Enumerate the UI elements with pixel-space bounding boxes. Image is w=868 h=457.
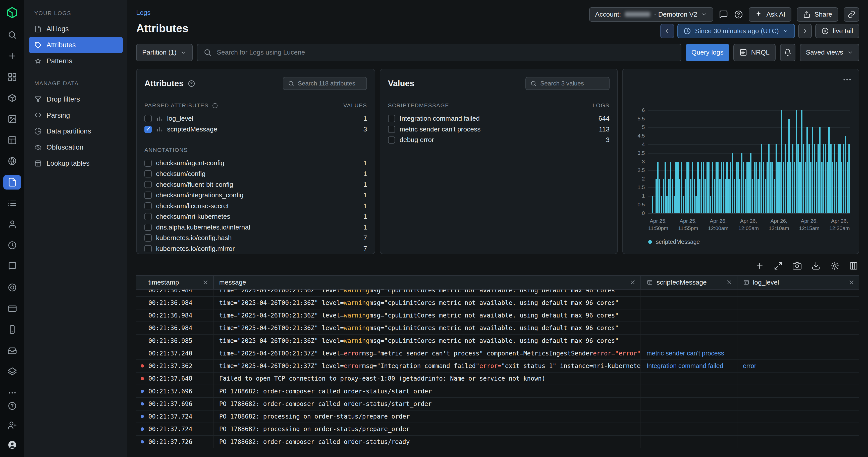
chart-menu-icon[interactable] [842,75,852,85]
toolbar-expand-button[interactable] [774,261,783,270]
sidebar-item-lookup-tables[interactable]: Lookup tables [29,155,123,171]
sidebar-item-drop-filters[interactable]: Drop filters [29,91,123,107]
share-button[interactable]: Share [797,7,838,22]
rail-item-users[interactable] [3,217,21,231]
attribute-row[interactable]: metric sender can't process113 [388,124,610,135]
attribute-row[interactable]: log_level1 [145,113,367,124]
account-switcher[interactable]: Account: - Demotron V2 [589,7,714,22]
rail-item-streams[interactable] [3,196,21,210]
rail-item-inbox[interactable] [3,343,21,358]
rail-item-stacks[interactable] [3,365,21,379]
permalink-button[interactable] [844,7,859,22]
loglevel-link[interactable]: error [743,362,756,370]
table-row[interactable]: 00:21:37.240time="2025-04-26T00:21:37Z" … [136,347,859,360]
attribute-checkbox[interactable] [145,234,152,241]
attribute-row[interactable]: kubernetes.io/config.mirror7 [145,243,367,254]
table-row[interactable]: 00:21:37.726PO 1788682: order-composer c… [136,436,859,448]
attribute-checkbox[interactable] [388,137,395,144]
toolbar-gear-button[interactable] [830,261,839,270]
help-icon[interactable] [188,80,195,87]
rail-item-browser[interactable] [3,154,21,168]
sidebar-item-patterns[interactable]: Patterns [29,53,123,69]
breadcrumb-logs[interactable]: Logs [136,9,150,17]
attribute-checkbox[interactable] [145,160,152,167]
attribute-checkbox[interactable] [145,213,152,220]
table-row[interactable]: 00:21:37.724PO 1788682: processing on or… [136,423,859,436]
attribute-row[interactable]: kubernetes.io/config.hash7 [145,232,367,243]
sidebar-item-all-logs[interactable]: All logs [29,21,123,37]
saved-views-dropdown[interactable]: Saved views [800,44,859,62]
attribute-row[interactable]: debug error3 [388,135,610,146]
rail-item-search[interactable] [3,28,21,42]
rail-item-invite-user[interactable] [3,419,21,431]
table-row[interactable]: 00:21:37.696PO 1788682: order-composer c… [136,398,859,410]
rail-item-create[interactable] [3,49,21,63]
close-icon[interactable] [202,279,209,286]
attribute-checkbox[interactable] [145,115,152,122]
rail-item-apps[interactable] [3,70,21,84]
toolbar-columns-button[interactable] [849,261,858,270]
attribute-checkbox[interactable] [145,126,152,133]
rail-item-help[interactable] [3,400,21,412]
attribute-row[interactable]: checksum/license-secret1 [145,201,367,211]
scriptedmessage-link[interactable]: Integration command failed [647,362,723,370]
attribute-row[interactable]: checksum/nri-kubernetes1 [145,211,367,222]
chart-legend[interactable]: scriptedMessage [648,238,700,245]
attribute-checkbox[interactable] [388,126,395,133]
time-forward-button[interactable] [798,24,812,38]
rail-item-targets[interactable] [3,280,21,295]
attribute-checkbox[interactable] [145,245,152,252]
close-icon[interactable] [848,279,855,286]
table-row[interactable]: 00:21:36.984time="2025-04-26T00:21:36Z" … [136,290,859,296]
query-logs-button[interactable]: Query logs [686,44,729,62]
ask-ai-button[interactable]: Ask AI [749,7,791,22]
attribute-row[interactable]: dns.alpha.kubernetes.io/internal1 [145,222,367,233]
attribute-row[interactable]: checksum/agent-config1 [145,158,367,169]
close-icon[interactable] [726,279,733,286]
attribute-checkbox[interactable] [388,115,395,122]
scriptedmessage-link[interactable]: metric sender can't process [647,350,724,357]
logs-search-input[interactable] [217,49,675,56]
values-search-input[interactable] [540,80,604,87]
rail-item-recent[interactable] [3,238,21,253]
sidebar-item-parsing[interactable]: Parsing [29,107,123,123]
attribute-checkbox[interactable] [145,224,152,231]
partition-dropdown[interactable]: Partition (1) [136,44,192,62]
attribute-row[interactable]: scriptedMessage3 [145,124,367,135]
table-row[interactable]: 00:21:36.984time="2025-04-26T00:21:36Z" … [136,322,859,335]
time-range-picker[interactable]: Since 30 minutes ago (UTC) [677,24,795,38]
rail-item-mobile[interactable] [3,322,21,337]
toolbar-plus-button[interactable] [755,261,764,270]
rail-item-dashboards[interactable] [3,112,21,126]
attribute-row[interactable]: checksum/config1 [145,168,367,179]
attribute-row[interactable]: checksum/integrations_config1 [145,190,367,201]
new-relic-logo-icon[interactable] [6,6,18,19]
table-row[interactable]: 00:21:36.985time="2025-04-26T00:21:36Z" … [136,335,859,347]
rail-item-billing[interactable] [3,302,21,316]
table-row[interactable]: 00:21:36.984time="2025-04-26T00:21:36Z" … [136,296,859,309]
nrql-button[interactable]: NRQL [733,44,776,62]
rail-item-logs[interactable] [3,175,21,189]
table-row[interactable]: 00:21:37.362time="2025-04-26T00:21:37Z" … [136,360,859,373]
attribute-checkbox[interactable] [145,202,152,210]
sidebar-item-data-partitions[interactable]: Data partitions [29,123,123,140]
attributes-search-input[interactable] [298,80,362,87]
rail-item-packages[interactable] [3,91,21,105]
table-row[interactable]: 00:21:37.696PO 1788682: order-composer c… [136,385,859,398]
rail-item-profile[interactable] [3,439,21,451]
time-back-button[interactable] [660,24,674,38]
attribute-checkbox[interactable] [145,192,152,199]
attribute-row[interactable]: Integration command failed644 [388,113,610,124]
table-row[interactable]: 00:21:36.984time="2025-04-26T00:21:36Z" … [136,309,859,322]
live-tail-button[interactable]: live tail [815,24,859,38]
rail-item-docs[interactable] [3,259,21,274]
help-icon[interactable] [734,10,743,19]
attribute-checkbox[interactable] [145,181,152,188]
toolbar-download-button[interactable] [811,261,820,270]
toolbar-camera-button[interactable] [793,261,801,270]
attribute-row[interactable]: checksum/fluent-bit-config1 [145,179,367,190]
sidebar-item-obfuscation[interactable]: Obfuscation [29,139,123,155]
table-row[interactable]: 00:21:37.724PO 1788682: processing on or… [136,410,859,423]
table-row[interactable]: 00:21:37.648Failed to open TCP connectio… [136,373,859,385]
feedback-icon[interactable] [719,10,728,19]
